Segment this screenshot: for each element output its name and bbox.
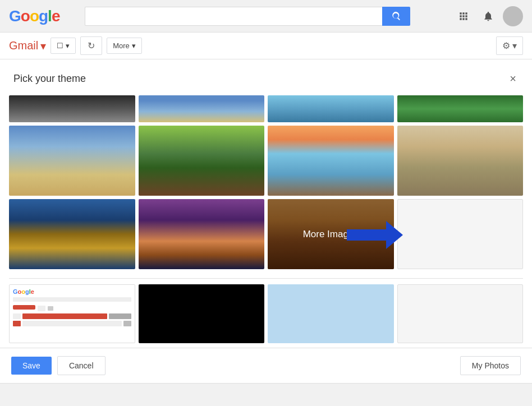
partial-theme-image[interactable] [268,95,394,122]
theme-lightblue[interactable] [268,284,394,343]
notifications-icon-button[interactable] [478,6,498,26]
theme-image-forest[interactable] [139,126,265,196]
settings-button[interactable]: ⚙ ▾ [496,36,523,55]
arrow-indicator [347,221,403,251]
gmail-label-button[interactable]: Gmail ▾ [9,39,46,53]
gear-icon: ⚙ [502,40,510,51]
theme-title: Pick your theme [13,73,86,85]
theme-image-grid-row1 [9,126,523,196]
partial-theme-image[interactable] [397,95,524,122]
save-button[interactable]: Save [11,357,52,375]
search-bar [85,7,410,26]
preview-red-block [13,321,21,326]
preview-input-row [13,297,131,302]
preview-label-red [22,313,107,319]
preview-gray-block2 [123,321,131,326]
more-label: More [113,41,130,50]
checkbox-button[interactable]: ☐ ▾ [51,38,76,54]
theme-image-storm[interactable] [139,199,265,269]
theme-dialog: Pick your theme × More Images [0,59,532,384]
checkbox-icon: ☐ [57,41,63,50]
theme-image-city[interactable] [9,199,135,269]
preview-input-box [13,297,131,302]
notifications-icon [483,11,494,22]
partial-image-row [9,95,523,122]
search-input[interactable] [85,7,382,26]
refresh-icon: ↻ [88,41,95,50]
preview-gmail-section [13,305,131,326]
search-button[interactable] [382,7,410,26]
close-button[interactable]: × [507,71,519,86]
more-dropdown-arrow: ▾ [132,41,136,50]
theme-content: More Images [0,95,532,273]
theme-image-desert[interactable] [397,126,524,196]
theme-image-empty[interactable] [397,199,524,269]
topbar-icons [453,6,523,26]
theme-black[interactable] [139,284,265,343]
partial-theme-image[interactable] [9,95,135,122]
theme-image-beach[interactable] [9,126,135,196]
theme-image-bridge[interactable] [268,126,394,196]
theme-header: Pick your theme × [0,59,532,95]
more-button[interactable]: More ▾ [107,38,142,54]
blue-arrow-icon [347,221,403,249]
checkbox-dropdown-arrow: ▾ [66,41,70,50]
cancel-button[interactable]: Cancel [57,356,106,375]
apps-icon [458,11,469,22]
gmail-dropdown-arrow: ▾ [40,39,46,53]
theme-empty[interactable] [397,284,524,343]
theme-divider [9,278,523,279]
google-logo[interactable]: Google [9,7,59,25]
refresh-button[interactable]: ↻ [80,36,102,55]
preview-gray-bar [109,313,131,319]
theme-image-grid-row2: More Images [9,199,523,269]
gmail-toolbar: Gmail ▾ ☐ ▾ ↻ More ▾ ⚙ ▾ [0,33,532,59]
theme-footer: Save Cancel My Photos [0,348,532,383]
gmail-label-text: Gmail [9,39,38,52]
preview-sq2 [13,313,21,319]
preview-google-logo: Google [13,288,131,295]
color-theme-grid: Google [0,284,532,343]
svg-marker-0 [347,221,403,249]
avatar[interactable] [503,6,523,26]
theme-default[interactable]: Google [9,284,135,343]
settings-dropdown-arrow: ▾ [512,40,517,51]
partial-theme-image[interactable] [139,95,265,122]
preview-label-bar [13,305,35,310]
preview-light-block [22,321,122,326]
preview-sq [38,306,45,311]
my-photos-button[interactable]: My Photos [460,356,521,375]
google-topbar: Google [0,0,532,33]
apps-icon-button[interactable] [453,6,474,26]
preview-element [48,306,53,311]
search-icon [391,11,401,21]
